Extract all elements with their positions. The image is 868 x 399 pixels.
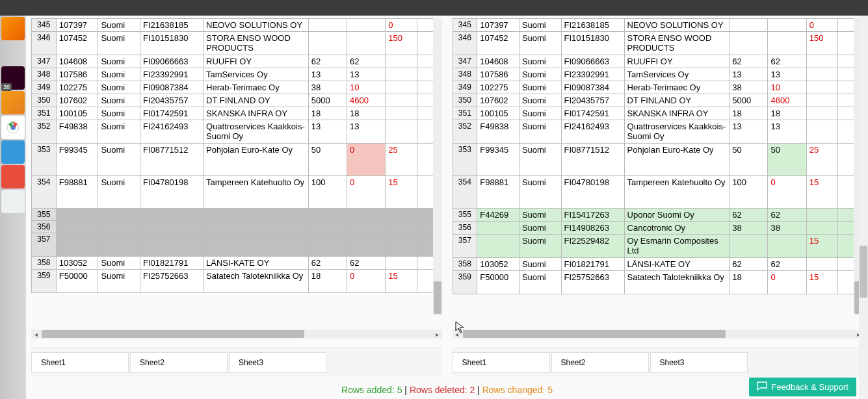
row-number[interactable]: 356 <box>453 222 477 235</box>
cell[interactable]: 0 <box>347 176 385 209</box>
cell[interactable]: 5000 <box>730 94 768 107</box>
cell[interactable]: F98881 <box>477 176 519 209</box>
cell[interactable]: 100105 <box>477 107 519 120</box>
left-horizontal-scrollbar[interactable]: ◂ ▸ <box>31 329 442 339</box>
cell[interactable]: Oy Esmarin Composites Ltd <box>624 235 730 258</box>
left-vertical-scrollbar[interactable] <box>433 18 442 315</box>
cell[interactable]: 62 <box>730 55 768 68</box>
cell[interactable]: FI10151830 <box>140 32 204 55</box>
table-row[interactable]: 355 <box>32 209 442 221</box>
row-number[interactable]: 350 <box>32 94 57 107</box>
table-row[interactable]: 345107397SuomiFI21638185NEOVO SOLUTIONS … <box>453 19 863 32</box>
cell[interactable]: Suomi <box>519 176 561 209</box>
launcher-files-icon[interactable] <box>1 165 25 188</box>
cell[interactable]: 62 <box>730 209 768 222</box>
cell[interactable]: FI09066663 <box>140 55 204 68</box>
cell[interactable]: 107452 <box>477 32 519 55</box>
cell[interactable] <box>347 233 385 257</box>
row-number[interactable]: 352 <box>453 120 477 144</box>
cell[interactable]: 10 <box>347 81 385 94</box>
cell[interactable]: 15 <box>806 235 838 258</box>
cell[interactable]: DT FINLAND OY <box>624 94 730 107</box>
row-number[interactable]: 354 <box>32 176 57 209</box>
cell[interactable]: 50 <box>308 144 347 176</box>
launcher-firefox-icon[interactable] <box>1 17 25 40</box>
scroll-right-icon[interactable]: ▸ <box>433 329 442 339</box>
table-row[interactable]: 348107586SuomiFI23392991TamServices Oy13… <box>32 68 442 81</box>
table-row[interactable]: 356 <box>32 221 442 233</box>
cell[interactable]: F50000 <box>477 271 519 294</box>
table-row[interactable]: 357 <box>32 233 442 257</box>
cell[interactable]: Pohjolan Euro-Kate Oy <box>624 144 730 176</box>
cell[interactable]: FI23392991 <box>561 68 624 81</box>
cell[interactable]: 107586 <box>477 68 519 81</box>
cell[interactable]: F99345 <box>477 144 519 176</box>
cell[interactable]: FI21638185 <box>561 19 624 32</box>
cell[interactable]: 107452 <box>56 32 98 55</box>
cell[interactable]: FI04780198 <box>561 176 624 209</box>
cell[interactable]: LÄNSI-KATE OY <box>204 257 309 270</box>
cell[interactable] <box>140 221 204 233</box>
cell[interactable]: 100 <box>308 176 347 209</box>
cell[interactable]: F98881 <box>56 176 98 209</box>
cell[interactable]: Suomi <box>519 81 561 94</box>
row-number[interactable]: 347 <box>32 55 57 68</box>
cell[interactable]: Suomi <box>519 144 561 176</box>
cell[interactable] <box>386 81 417 94</box>
cell[interactable] <box>806 55 838 68</box>
cell[interactable] <box>386 55 417 68</box>
cell[interactable]: FI10151830 <box>561 32 624 55</box>
table-row[interactable]: 357SuomiFI22529482Oy Esmarin Composites … <box>453 235 863 258</box>
cell[interactable] <box>347 209 385 221</box>
cell[interactable]: TamServices Oy <box>204 68 309 81</box>
cell[interactable]: 62 <box>768 258 806 271</box>
cell[interactable]: FI08771512 <box>561 144 624 176</box>
cell[interactable]: 0 <box>347 270 385 293</box>
cell[interactable] <box>768 19 806 32</box>
cell[interactable]: Quattroservices Kaakkois-Suomi Oy <box>204 120 309 144</box>
cell[interactable]: FI25752663 <box>561 271 624 294</box>
cell[interactable]: Suomi <box>98 257 140 270</box>
cell[interactable]: 13 <box>308 120 347 144</box>
cell[interactable]: FI01821791 <box>561 258 624 271</box>
cell[interactable]: 15 <box>386 176 417 209</box>
cell[interactable] <box>347 32 385 55</box>
scroll-left-icon[interactable]: ◂ <box>453 329 462 339</box>
cell[interactable]: Suomi <box>98 107 140 120</box>
row-number[interactable]: 348 <box>453 68 477 81</box>
cell[interactable]: 13 <box>768 68 806 81</box>
row-number[interactable]: 355 <box>453 209 477 222</box>
cell[interactable]: Suomi <box>519 209 561 222</box>
launcher-item[interactable] <box>1 42 25 65</box>
cell[interactable]: Uponor Suomi Oy <box>624 209 730 222</box>
cell[interactable]: FI15417263 <box>561 209 624 222</box>
row-number[interactable]: 349 <box>453 81 477 94</box>
cell[interactable]: FI04780198 <box>140 176 204 209</box>
cell[interactable] <box>386 68 417 81</box>
cell[interactable] <box>477 235 519 258</box>
tab-sheet2[interactable]: Sheet2 <box>130 352 228 373</box>
tab-sheet1[interactable]: Sheet1 <box>31 352 129 373</box>
cell[interactable] <box>204 209 309 221</box>
table-row[interactable]: 348107586SuomiFI23392991TamServices Oy13… <box>453 68 863 81</box>
cell[interactable]: Suomi <box>519 32 561 55</box>
cell[interactable]: Suomi <box>98 55 140 68</box>
cell[interactable] <box>140 233 204 257</box>
row-number[interactable]: 347 <box>453 55 477 68</box>
cell[interactable]: 38 <box>730 81 768 94</box>
cell[interactable]: 62 <box>308 257 347 270</box>
cell[interactable]: Suomi <box>519 222 561 235</box>
cell[interactable]: Suomi <box>98 94 140 107</box>
cell[interactable] <box>347 19 385 32</box>
cell[interactable] <box>730 19 768 32</box>
cell[interactable]: Suomi <box>98 176 140 209</box>
cell[interactable]: Suomi <box>98 81 140 94</box>
cell[interactable]: 25 <box>806 144 838 176</box>
cell[interactable]: 150 <box>806 32 838 55</box>
cell[interactable]: FI22529482 <box>561 235 624 258</box>
cell[interactable]: Suomi <box>98 144 140 176</box>
cell[interactable]: Suomi <box>519 94 561 107</box>
cell[interactable]: FI09066663 <box>561 55 624 68</box>
cell[interactable] <box>386 221 417 233</box>
cell[interactable] <box>386 257 417 270</box>
